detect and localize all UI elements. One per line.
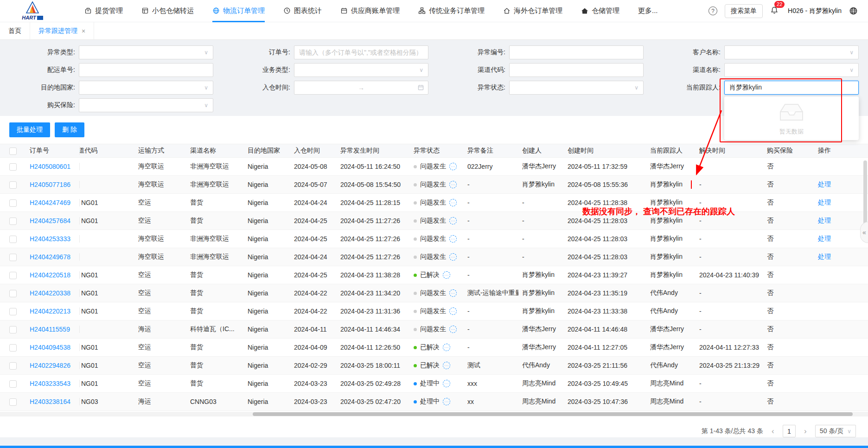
status-badge: 已解决··· — [414, 343, 460, 352]
channel-name-select[interactable]: ∨ — [724, 63, 859, 77]
search-menu-button[interactable]: 搜索菜单 — [725, 4, 763, 18]
tracker-cell: 代伟Andy — [646, 307, 696, 315]
order-number-link[interactable]: H2404247469 — [30, 199, 70, 206]
nav-item-7[interactable]: 海外仓订单管理 — [503, 0, 562, 22]
handle-link[interactable]: 处理 — [818, 253, 831, 260]
comment-bubble-icon[interactable]: ··· — [443, 380, 450, 387]
handle-link[interactable]: 处理 — [818, 180, 831, 188]
select-all-checkbox[interactable] — [9, 147, 17, 155]
comment-bubble-icon[interactable]: ··· — [449, 181, 457, 188]
order-number-link[interactable]: H2404115559 — [30, 326, 70, 333]
comment-bubble-icon[interactable]: ··· — [449, 199, 457, 206]
row-checkbox[interactable] — [9, 326, 17, 333]
status-dot — [414, 274, 417, 277]
order-number-link[interactable]: H2404220518 — [30, 271, 70, 279]
prev-page-button[interactable]: ‹ — [768, 427, 778, 435]
delete-button[interactable]: 删 除 — [55, 122, 84, 137]
hart-logo[interactable]: HART — [10, 1, 55, 20]
row-checkbox[interactable] — [9, 254, 17, 261]
channel-cell: 普货 — [186, 379, 244, 388]
comment-bubble-icon[interactable]: ··· — [449, 235, 457, 243]
row-checkbox[interactable] — [9, 380, 17, 388]
exception-status-select[interactable]: ∨ — [509, 81, 644, 95]
inbound-cell: 2024-04-22 — [290, 289, 337, 297]
remark-cell: - — [464, 253, 518, 261]
comment-bubble-icon[interactable]: ··· — [449, 289, 457, 297]
row-checkbox[interactable] — [9, 218, 17, 225]
page-size-select[interactable]: 50 条/页 ∨ — [815, 425, 856, 437]
dispatch-no-input[interactable] — [79, 63, 213, 77]
tab-1[interactable]: 首页 — [0, 22, 30, 39]
comment-bubble-icon[interactable]: ··· — [443, 362, 450, 369]
insurance-select[interactable]: ∨ — [79, 98, 213, 112]
comment-bubble-icon[interactable]: ··· — [443, 344, 450, 351]
creator-cell: 代伟Andy — [518, 361, 564, 370]
next-page-button[interactable]: › — [800, 427, 811, 435]
exception-type-select[interactable]: ∨ — [79, 45, 213, 59]
row-checkbox[interactable] — [9, 236, 17, 243]
row-checkbox[interactable] — [9, 163, 17, 171]
comment-bubble-icon[interactable]: ··· — [449, 217, 457, 224]
current-page[interactable]: 1 — [783, 425, 796, 437]
comment-bubble-icon[interactable]: ··· — [443, 271, 450, 279]
order-number-link[interactable]: H2403238164 — [30, 398, 70, 405]
comment-bubble-icon[interactable]: ··· — [449, 163, 457, 170]
handle-link[interactable]: 处理 — [818, 198, 831, 206]
status-badge: 问题发生··· — [414, 217, 460, 225]
current-tracker-input[interactable] — [724, 81, 859, 95]
remark-cell: - — [464, 326, 518, 333]
nav-item-4[interactable]: 图表统计 — [283, 0, 322, 22]
customer-name-select[interactable]: ∨ — [724, 45, 859, 59]
nav-item-2[interactable]: 小包仓储转运 — [141, 0, 194, 22]
order-number-link[interactable]: H2404257684 — [30, 217, 70, 224]
transport-cell: 空运 — [134, 271, 186, 279]
close-icon[interactable]: × — [82, 27, 85, 35]
row-checkbox[interactable] — [9, 272, 17, 279]
notifications-bell[interactable]: 22 — [770, 6, 779, 16]
help-icon[interactable]: ? — [708, 6, 717, 15]
order-number-link[interactable]: H2402294826 — [30, 362, 70, 369]
row-checkbox[interactable] — [9, 199, 17, 207]
order-no-input[interactable] — [294, 45, 428, 59]
order-number-link[interactable]: H2403233543 — [30, 380, 70, 387]
row-checkbox[interactable] — [9, 290, 17, 297]
order-number-link[interactable]: H2404253333 — [30, 235, 70, 243]
order-number-link[interactable]: H2404220338 — [30, 289, 70, 297]
nav-item-5[interactable]: 供应商账单管理 — [340, 0, 400, 22]
order-number-link[interactable]: H2405080601 — [30, 163, 70, 170]
country-cell: Nigeria — [244, 163, 290, 170]
handle-link[interactable]: 处理 — [818, 217, 831, 224]
row-checkbox[interactable] — [9, 362, 17, 370]
row-checkbox[interactable] — [9, 308, 17, 315]
batch-process-button[interactable]: 批量处理 — [9, 122, 50, 137]
row-checkbox[interactable] — [9, 398, 17, 406]
business-type-select[interactable]: ∨ — [294, 63, 428, 77]
user-menu[interactable]: H026 - 肖梦雅kylin — [788, 7, 842, 15]
nav-item-3[interactable]: 物流订单管理 — [212, 0, 265, 22]
nav-item-6[interactable]: 传统业务订单管理 — [418, 0, 485, 22]
nav-item-1[interactable]: 提货管理 — [84, 0, 123, 22]
tab-2[interactable]: 异常跟进管理× — [30, 22, 94, 39]
nav-item-9[interactable]: 更多... — [638, 0, 658, 22]
comment-bubble-icon[interactable]: ··· — [443, 398, 450, 405]
channel-code-input[interactable] — [509, 63, 644, 77]
nav-item-8[interactable]: 仓储管理 — [581, 0, 619, 22]
exception-no-input[interactable] — [509, 45, 644, 59]
horizontal-scrollbar-thumb[interactable] — [253, 412, 853, 416]
handle-link[interactable]: 处理 — [818, 235, 831, 242]
create-time-cell: 2024-04-25 11:28:38 — [564, 199, 646, 206]
collapse-panel-handle[interactable]: « — [860, 222, 868, 243]
order-number-link[interactable]: H2404249678 — [30, 253, 70, 261]
order-number-link[interactable]: H2404094538 — [30, 344, 70, 351]
comment-bubble-icon[interactable]: ··· — [449, 307, 457, 315]
inbound-time-daterange[interactable]: → — [294, 81, 428, 95]
comment-bubble-icon[interactable]: ··· — [449, 253, 457, 261]
order-number-link[interactable]: H2405077186 — [30, 181, 70, 188]
row-checkbox[interactable] — [9, 344, 17, 352]
language-globe-icon[interactable] — [849, 6, 858, 15]
dest-country-select[interactable]: ∨ — [79, 81, 213, 95]
pagination-total: 第 1-43 条/总共 43 条 — [702, 427, 763, 435]
order-number-link[interactable]: H2404220213 — [30, 307, 70, 315]
row-checkbox[interactable] — [9, 181, 17, 189]
comment-bubble-icon[interactable]: ··· — [449, 326, 457, 333]
